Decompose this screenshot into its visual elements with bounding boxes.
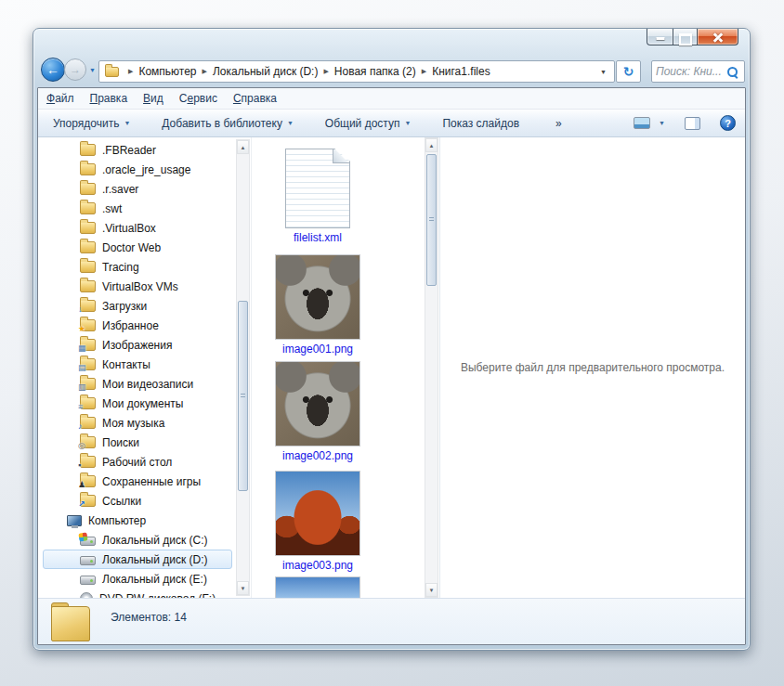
sidebar-item[interactable]: Избранное bbox=[43, 316, 232, 335]
breadcrumb-arrow-icon[interactable]: ▶ bbox=[422, 68, 426, 75]
breadcrumb-arrow-icon[interactable]: ▶ bbox=[128, 68, 133, 75]
back-button[interactable]: ← bbox=[41, 58, 65, 82]
preview-pane-toggle-icon[interactable] bbox=[685, 117, 700, 130]
sidebar-item[interactable]: .VirtualBox bbox=[43, 218, 232, 238]
sidebar-item[interactable]: Мои видеозаписи bbox=[43, 374, 232, 394]
sidebar-item[interactable]: .r.saver bbox=[43, 179, 232, 199]
sidebar-item[interactable]: Загрузки bbox=[43, 296, 232, 316]
sidebar-item[interactable]: Поиски bbox=[43, 433, 232, 452]
file-name[interactable]: filelist.xml bbox=[253, 231, 383, 244]
search-icon[interactable] bbox=[726, 66, 738, 78]
file-item[interactable]: image001.png bbox=[253, 254, 383, 356]
menu-item[interactable]: Сервис bbox=[179, 92, 217, 105]
sidebar-item[interactable]: Мои документы bbox=[43, 394, 232, 413]
breadcrumb-segment-label[interactable]: Новая папка (2) bbox=[334, 65, 416, 78]
sidebar-item-icon bbox=[80, 475, 96, 487]
sidebar-item[interactable]: VirtualBox VMs bbox=[43, 277, 232, 296]
sidebar-item-label: .VirtualBox bbox=[102, 222, 156, 235]
maximize-button[interactable] bbox=[673, 29, 698, 45]
sidebar-item-label: Мои документы bbox=[102, 397, 183, 410]
scroll-up-icon[interactable]: ▲ bbox=[237, 140, 249, 154]
sidebar-item-icon bbox=[80, 261, 96, 273]
file-list-scrollbar[interactable]: ▲ ▼ bbox=[425, 137, 438, 598]
breadcrumb-segment-label[interactable]: Локальный диск (D:) bbox=[213, 65, 319, 78]
breadcrumb-segment-label[interactable]: Компьютер bbox=[138, 65, 196, 78]
sidebar-item[interactable]: Рабочий стол bbox=[43, 452, 232, 472]
views-icon[interactable] bbox=[634, 117, 650, 129]
breadcrumb-segment[interactable]: ▶ Книга1.files bbox=[416, 65, 490, 78]
chevron-down-icon: ▼ bbox=[287, 120, 294, 126]
forward-arrow-icon: → bbox=[70, 63, 81, 76]
sidebar-item[interactable]: Локальный диск (E:) bbox=[43, 569, 232, 589]
views-dropdown-icon[interactable]: ▼ bbox=[659, 120, 665, 126]
sidebar-item[interactable]: Ссылки bbox=[43, 491, 232, 511]
toolbar-button[interactable]: Показ слайдов bbox=[442, 117, 524, 130]
toolbar-button[interactable]: » bbox=[555, 117, 567, 130]
breadcrumb-segment[interactable]: ▶ Новая папка (2) bbox=[318, 65, 415, 78]
file-name[interactable]: image002.png bbox=[253, 449, 383, 462]
recent-pages-dropdown-icon[interactable]: ▼ bbox=[89, 67, 96, 73]
menu-item[interactable]: Правка bbox=[90, 92, 128, 105]
sidebar-item-label: .swt bbox=[102, 202, 122, 215]
file-thumbnail[interactable] bbox=[275, 576, 360, 598]
sidebar-item-label: Избранное bbox=[102, 319, 159, 332]
file-item[interactable] bbox=[253, 576, 383, 598]
file-thumbnail[interactable] bbox=[275, 361, 360, 447]
refresh-button[interactable]: ↻ bbox=[616, 60, 641, 83]
sidebar-item[interactable]: Локальный диск (D:) bbox=[43, 550, 232, 569]
sidebar-item[interactable]: Контакты bbox=[43, 355, 232, 374]
sidebar-item[interactable]: DVD RW дисковод (F:) bbox=[43, 589, 232, 598]
toolbar-button[interactable]: Упорядочить ▼ bbox=[53, 117, 130, 130]
toolbar: Упорядочить ▼ Добавить в библиотеку ▼ Об… bbox=[38, 110, 745, 137]
file-tiles: filelist.xml image001.png image002.png bbox=[253, 137, 425, 598]
sidebar-item-icon bbox=[80, 163, 96, 175]
sidebar-item-icon bbox=[80, 417, 96, 429]
menu-item[interactable]: Вид bbox=[143, 92, 163, 105]
sidebar-item[interactable]: Tracing bbox=[43, 257, 232, 277]
file-name[interactable]: image003.png bbox=[253, 559, 383, 572]
toolbar-button[interactable]: Общий доступ ▼ bbox=[325, 117, 412, 130]
breadcrumb-segment-label[interactable]: Книга1.files bbox=[432, 65, 490, 78]
sidebar-scrollbar[interactable]: ▲ ▼ bbox=[236, 139, 250, 596]
sidebar-item[interactable]: .swt bbox=[43, 199, 232, 218]
sidebar-item-label: VirtualBox VMs bbox=[102, 280, 178, 293]
sidebar-item[interactable]: Doctor Web bbox=[43, 238, 232, 257]
sidebar-item[interactable]: Сохраненные игры bbox=[43, 472, 232, 491]
file-item[interactable]: image002.png bbox=[253, 361, 383, 462]
breadcrumb[interactable]: ▶ Компьютер ▶ Локальный диск (D:) ▶ Нова… bbox=[98, 60, 615, 83]
menu-item[interactable]: Справка bbox=[233, 92, 277, 105]
file-thumbnail[interactable] bbox=[285, 149, 350, 228]
help-icon[interactable]: ? bbox=[720, 115, 736, 131]
toolbar-button-label: Показ слайдов bbox=[442, 117, 519, 130]
sidebar-item[interactable]: Изображения bbox=[43, 335, 232, 355]
forward-button[interactable]: → bbox=[64, 58, 86, 81]
breadcrumb-segment[interactable]: ▶ Компьютер bbox=[123, 65, 197, 78]
file-thumbnail[interactable] bbox=[275, 471, 360, 556]
file-item[interactable]: image003.png bbox=[253, 471, 383, 572]
sidebar-item[interactable]: Компьютер bbox=[43, 511, 232, 530]
breadcrumb-arrow-icon[interactable]: ▶ bbox=[323, 68, 328, 75]
file-item[interactable]: filelist.xml bbox=[253, 149, 383, 244]
scroll-down-icon[interactable]: ▼ bbox=[237, 581, 249, 595]
close-button[interactable] bbox=[697, 29, 738, 45]
file-list-pane: filelist.xml image001.png image002.png bbox=[253, 137, 439, 598]
sidebar-item-icon bbox=[80, 300, 96, 312]
file-thumbnail[interactable] bbox=[275, 254, 360, 340]
minimize-button[interactable] bbox=[647, 29, 673, 45]
scroll-down-icon[interactable]: ▼ bbox=[425, 583, 438, 597]
breadcrumb-arrow-icon[interactable]: ▶ bbox=[203, 68, 207, 75]
address-dropdown-icon[interactable]: ▼ bbox=[596, 69, 610, 75]
scroll-up-icon[interactable]: ▲ bbox=[425, 138, 438, 152]
menu-item[interactable]: Файл bbox=[46, 92, 74, 105]
scrollbar-thumb[interactable] bbox=[238, 301, 248, 491]
sidebar-item[interactable]: Локальный диск (C:) bbox=[43, 530, 232, 550]
file-name[interactable]: image001.png bbox=[253, 343, 383, 356]
sidebar-item[interactable]: .oracle_jre_usage bbox=[43, 160, 232, 179]
sidebar-item[interactable]: Моя музыка bbox=[43, 413, 232, 433]
toolbar-button[interactable]: Добавить в библиотеку ▼ bbox=[162, 117, 293, 130]
sidebar-item[interactable]: .FBReader bbox=[43, 140, 232, 160]
sidebar-item-icon bbox=[80, 495, 96, 507]
scrollbar-thumb[interactable] bbox=[426, 154, 437, 286]
search-input[interactable] bbox=[656, 65, 726, 78]
breadcrumb-segment[interactable]: ▶ Локальный диск (D:) bbox=[197, 65, 319, 78]
